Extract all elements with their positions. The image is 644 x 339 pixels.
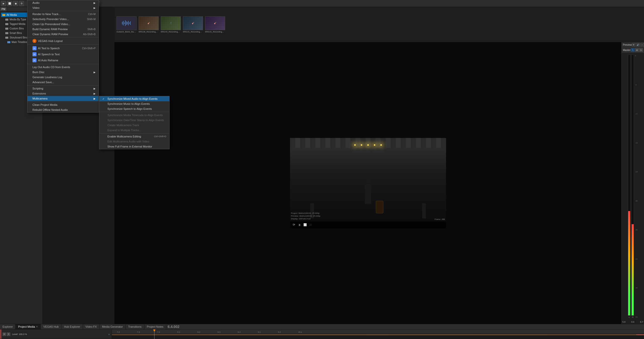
vu-scale-54: -54 — [635, 316, 637, 318]
menu-generate-loudness[interactable]: Generate Loudness Log — [27, 75, 99, 80]
toolbar-btn-4[interactable]: ⚙ — [19, 1, 24, 6]
master-fx-btn[interactable]: fx — [631, 48, 635, 52]
menu-extensions[interactable]: Extensions ▶ — [27, 91, 99, 96]
preview-stop-btn[interactable]: ⬜ — [303, 223, 307, 227]
menu-ai-speech-to-text[interactable]: AI AI Speech to Text — [27, 51, 99, 57]
menu-ai-auto-reframe[interactable]: AI AI Auto Reframe — [27, 57, 99, 63]
toolbar-btn-1[interactable]: ▶ — [1, 1, 6, 6]
preview-settings-btn[interactable]: ⚙ — [632, 43, 635, 46]
submenu-sync-speech[interactable]: Synchronize Speech to Align Events — [99, 106, 169, 111]
tab-vegas-hub[interactable]: VEGAS Hub — [41, 324, 61, 329]
submenu-sep-1 — [99, 112, 169, 112]
preview-play-btn[interactable]: ⏸ — [298, 223, 302, 227]
menu-multicamera[interactable]: Multicamera ▶ ✓ Synchronize Mixed Audio … — [27, 96, 99, 101]
track-1-s-btn[interactable]: S — [7, 332, 10, 336]
check-sync-mixed: ✓ — [102, 98, 106, 100]
menu-video[interactable]: Video ▶ — [27, 5, 99, 10]
vu-left-channel: L — [628, 54, 630, 318]
sync-music-label: Synchronize Music to Align Events — [107, 102, 150, 105]
tab-transitions[interactable]: Transitions — [126, 324, 144, 329]
tab-project-media-close[interactable]: ✕ — [36, 325, 38, 328]
menu-burn-disc[interactable]: Burn Disc ▶ — [27, 70, 99, 75]
tab-project-media[interactable]: Project Media ✕ — [16, 324, 41, 329]
main-timeline-label: Main Timeline — [12, 41, 27, 43]
audio-arrow-icon: ▶ — [94, 2, 96, 4]
menu-advanced-save[interactable]: Advanced Save... — [27, 80, 99, 85]
ruler-10.1: 10.1 — [298, 331, 302, 333]
master-s-btn[interactable]: S — [639, 48, 643, 52]
vu-scale-12: -12 — [635, 113, 637, 115]
stage-ceiling — [290, 138, 446, 148]
tab-media-generator-label: Media Generator — [102, 325, 123, 328]
svg-rect-4 — [5, 32, 8, 34]
stage-lights-row — [354, 144, 382, 146]
media-thumb-label-3: 655141_Recording_Studi... — [183, 31, 203, 33]
toolbar-btn-3[interactable]: ◼ — [13, 1, 18, 6]
menu-audio[interactable]: Audio ▶ — [27, 0, 99, 5]
media-video-item-1[interactable]: 🎸 655138_Recording_Studi... — [139, 16, 159, 33]
band-member-2 — [422, 203, 426, 218]
folder-icon-smart-bins — [5, 31, 9, 35]
menu-render-new-track[interactable]: Render to New Track... Ctrl+M — [27, 12, 99, 17]
toolbar-btn-2[interactable]: ⬜ — [7, 1, 12, 6]
folder-icon-tagged — [5, 22, 9, 26]
menu-build-dynamic-preview[interactable]: Build Dynamic RAM Preview Shift+B — [27, 27, 99, 32]
tab-explorer[interactable]: Explorer — [0, 324, 16, 329]
menu-selectively-prerender[interactable]: Selectively Prerender Video... Shift+M — [27, 17, 99, 22]
performer-body — [365, 184, 371, 204]
menu-ai-text-to-speech[interactable]: AI AI Text to Speech Ctrl+Shift+P — [27, 45, 99, 51]
svg-rect-8 — [123, 21, 124, 25]
media-video-item-3[interactable]: 🎸 655141_Recording_Studi... — [183, 16, 203, 33]
menu-rebuild-offline[interactable]: Rebuild Offline Nested Audio — [27, 107, 99, 112]
tagged-media-label: Tagged Media — [10, 23, 25, 25]
menu-lay-out-audio[interactable]: Lay Out Audio CD from Events — [27, 65, 99, 70]
track-1-arrow: ▼ — [108, 333, 110, 336]
media-thumb-label-2: 655140_Recording_Studi... — [161, 31, 181, 33]
preview-collapse-btn[interactable]: ▪ — [640, 43, 644, 46]
media-video-item-2[interactable]: 🎵 655140_Recording_Studi... — [161, 16, 181, 33]
svg-rect-15 — [130, 21, 131, 25]
vu-scale-6: -6 — [635, 84, 637, 86]
menu-clear-dynamic-preview[interactable]: Clear Dynamic RAM Preview Alt+Shift+B — [27, 32, 99, 37]
preview-more-btn[interactable]: ··· — [309, 223, 313, 227]
preview-loop-btn[interactable]: ⟳ — [292, 223, 296, 227]
submenu-sync-music[interactable]: Synchronize Music to Align Events — [99, 101, 169, 106]
media-audio-item[interactable]: Guitarist_Band_Studio_Inst... — [116, 16, 137, 33]
vu-scale: 0 -6 -12 -18 -24 -30 -36 -42 -48 -54 — [635, 54, 637, 318]
sync-mixed-audio-label: Synchronize Mixed Audio to Align Events — [107, 97, 157, 100]
tab-video-fx[interactable]: Video FX — [83, 324, 100, 329]
folder-icon-storyboard — [5, 36, 9, 39]
submenu-enable-mc-editing[interactable]: Enable Multicamera Editing Ctrl+Shift+D — [99, 134, 169, 139]
toolbar-sep-1 — [26, 1, 26, 6]
master-m-btn[interactable]: M — [635, 48, 639, 52]
stage-light-5 — [380, 144, 382, 146]
hub-icon: V — [32, 39, 36, 43]
menu-scripting[interactable]: Scripting ▶ — [27, 86, 99, 91]
tab-media-generator[interactable]: Media Generator — [100, 324, 126, 329]
submenu-sync-mixed-audio[interactable]: ✓ Synchronize Mixed Audio to Align Event… — [99, 96, 169, 101]
sync-datetime-label: Synchronize Date/Time Stamp to Align Eve… — [107, 119, 164, 122]
menu-clean-project-media[interactable]: Clean Project Media — [27, 102, 99, 107]
project-info-line: Project: 3840x2160/32, 25.000p — [291, 212, 320, 215]
preview-vol-btn[interactable]: 🔊 — [636, 43, 640, 46]
burn-disc-arrow: ▶ — [94, 71, 96, 74]
menu-vegas-hub-logout[interactable]: V VEGAS Hub Logout — [27, 38, 99, 44]
stage-light-3 — [367, 144, 369, 146]
track-1-m-btn[interactable]: M — [3, 332, 6, 336]
svg-rect-9 — [124, 22, 125, 24]
clip-1-video[interactable]: fx — [112, 334, 644, 335]
tab-project-media[interactable]: PM — [0, 7, 7, 11]
media-video-item-4[interactable]: 🎸 655141_Recording_Studi... — [205, 16, 225, 33]
menu-cleanup-prerendered[interactable]: Clean Up Prerendered Video... — [27, 22, 99, 27]
ruler-8.2: 8.2 — [197, 331, 200, 333]
tab-hub-explorer[interactable]: Hub Explorer — [61, 324, 83, 329]
ruler-9.2: 9.2 — [278, 331, 281, 333]
media-by-type-label: Media By Type — [10, 18, 26, 21]
tab-project-notes[interactable]: Project Notes — [144, 324, 166, 329]
thumb-3-content: 🎸 — [192, 22, 194, 24]
master-controls: fx M S — [631, 48, 643, 52]
timeline-tabs-bar: Explorer Project Media ✕ VEGAS Hub Hub E… — [0, 324, 644, 329]
tab-project-media-label: Project Media — [18, 325, 35, 328]
ai-text-to-speech-label: AI Text to Speech — [38, 47, 60, 50]
submenu-show-full-frame[interactable]: Show Full Frame in External Monitor — [99, 144, 169, 149]
